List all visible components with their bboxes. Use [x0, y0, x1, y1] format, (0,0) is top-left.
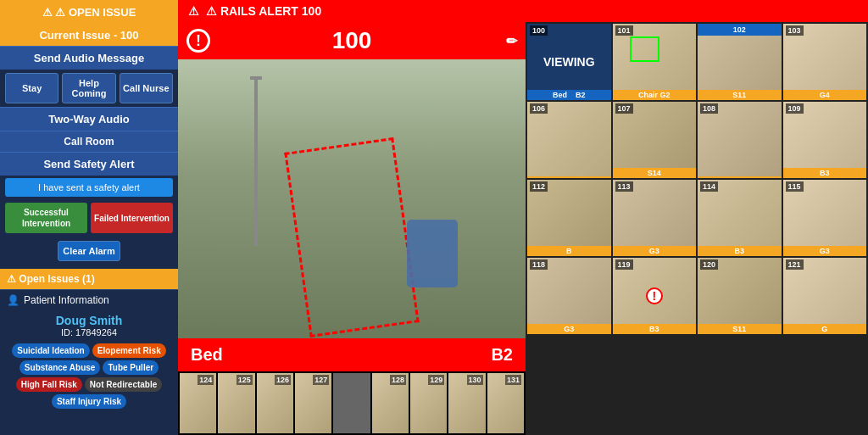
camera-room-number: 100	[332, 27, 372, 54]
viewing-label: VIEWING	[543, 55, 595, 69]
cam-113-label: G3	[613, 246, 697, 256]
cam-102-label: S11	[698, 90, 782, 100]
grid-cell-101[interactable]: 101 Chair G2	[613, 24, 697, 100]
warning-icon: ⚠	[42, 6, 53, 19]
cam-112-number: 112	[530, 181, 548, 192]
grid-cell-113[interactable]: 113 G3	[613, 180, 697, 256]
bottom-cam-131[interactable]: 131	[487, 373, 524, 433]
main-content: ⚠ ⚠ RAILS ALERT 100 ! 100 ✏	[178, 0, 868, 435]
bottom-cam-127[interactable]: 127	[295, 373, 331, 433]
left-panel: ⚠ ⚠ OPEN ISSUE Current Issue - 100 Send …	[0, 0, 178, 435]
bottom-camera-strip: 124 125 126 127 128	[178, 371, 526, 435]
stay-button[interactable]: Stay	[5, 73, 58, 103]
send-audio-message-button[interactable]: Send Audio Message	[0, 46, 178, 70]
grid-row-4: 118 G3 119 ! B3 120 S11 121 G	[527, 258, 866, 334]
bottom-cam-124-label: 124	[198, 375, 214, 385]
bottom-cam-129[interactable]: 129	[410, 373, 447, 433]
bottom-cam-128[interactable]: 128	[372, 373, 409, 433]
patient-name: Doug Smith	[0, 310, 178, 327]
grid-cell-115[interactable]: 115 G3	[783, 180, 867, 256]
cam-115-number: 115	[786, 181, 804, 192]
cam-119-label: B3	[613, 324, 697, 334]
cam-103-number: 103	[786, 25, 804, 36]
grid-cell-106[interactable]: 106	[527, 102, 611, 178]
camera-bed-code: B2	[491, 345, 513, 365]
bottom-cam-125-label: 125	[236, 375, 253, 385]
tag-elopement-risk: Elopement Risk	[92, 343, 166, 358]
bottom-cam-130-label: 130	[467, 375, 483, 385]
bottom-cam-127-label: 127	[313, 375, 329, 385]
quick-action-buttons: Stay Help Coming Call Nurse	[0, 70, 178, 107]
grid-cell-114[interactable]: 114 B3	[698, 180, 782, 256]
clear-alarm-button[interactable]: Clear Alarm	[58, 241, 120, 261]
cam-115-label: G3	[783, 246, 867, 256]
camera-view	[178, 59, 526, 338]
grid-cell-112[interactable]: 112 B	[527, 180, 611, 256]
bottom-cam-126[interactable]: 126	[257, 373, 293, 433]
cam-114-label: B3	[698, 246, 782, 256]
camera-grid: 100 VIEWING Bed B2 101 Chair G2 102 S11	[526, 22, 868, 435]
cam-107-number: 107	[615, 103, 633, 114]
bottom-cam-128-label: 128	[390, 375, 406, 385]
cam-106-label	[527, 176, 611, 178]
bottom-cam-131-label: 131	[505, 375, 521, 385]
bottom-cam-129-label: 129	[428, 375, 444, 385]
main-camera-container: ! 100 ✏ Bed B2	[178, 22, 526, 435]
cam-100-number: 100	[530, 25, 548, 36]
alert-icon: ⚠	[188, 4, 199, 18]
cam-118-label: G3	[527, 324, 611, 334]
tag-not-redirectable: Not Redirectable	[85, 377, 162, 392]
camera-bed-label: Bed	[191, 345, 223, 365]
call-nurse-button[interactable]: Call Nurse	[120, 73, 173, 103]
bed-detection-box	[284, 137, 419, 337]
grid-cell-102[interactable]: 102 S11	[698, 24, 782, 100]
grid-cell-107[interactable]: 107 S14	[613, 102, 697, 178]
tag-suicidal-ideation: Suicidal Ideation	[12, 343, 89, 358]
two-way-audio-label: Two-Way Audio	[0, 107, 178, 131]
cam-121-number: 121	[786, 259, 804, 270]
cam-106-number: 106	[530, 103, 548, 114]
grid-cell-103[interactable]: 103 G4	[783, 24, 867, 100]
cam-118-number: 118	[530, 259, 548, 270]
cam-119-alert-icon: !	[646, 287, 663, 304]
bottom-cam-125[interactable]: 125	[218, 373, 254, 433]
tag-substance-abuse: Substance Abuse	[19, 360, 101, 375]
cam-114-number: 114	[700, 181, 718, 192]
bottom-cam-130[interactable]: 130	[448, 373, 485, 433]
open-issue-button[interactable]: ⚠ ⚠ OPEN ISSUE	[0, 0, 178, 25]
grid-cell-100[interactable]: 100 VIEWING Bed B2	[527, 24, 611, 100]
failed-intervention-button[interactable]: Failed Intervention	[91, 203, 173, 233]
cam-108-label	[698, 176, 782, 178]
person-figure	[407, 220, 458, 287]
camera-footer: Bed B2	[178, 338, 526, 371]
detection-box-101	[630, 36, 659, 62]
successful-intervention-button[interactable]: Successful Intervention	[5, 203, 87, 233]
cam-113-number: 113	[615, 181, 633, 192]
tag-tube-puller: Tube Puller	[103, 360, 159, 375]
cam-120-number: 120	[700, 259, 718, 270]
pencil-icon[interactable]: ✏	[506, 33, 517, 49]
cam-112-label: B	[527, 246, 611, 256]
grid-cell-120[interactable]: 120 S11	[698, 258, 782, 334]
grid-cell-121[interactable]: 121 G	[783, 258, 867, 334]
cam-109-label: B3	[783, 168, 867, 178]
patient-tags: Suicidal Ideation Elopement Risk Substan…	[0, 341, 178, 411]
patient-information-bar: 👤 Patient Information	[0, 289, 178, 310]
cam-103-label: G4	[783, 90, 867, 100]
cam-101-number: 101	[615, 25, 633, 36]
bottom-cam-empty	[333, 373, 370, 433]
bottom-cam-124[interactable]: 124	[180, 373, 216, 433]
current-issue-bar: Current Issue - 100	[0, 25, 178, 46]
safety-sent-status: I have sent a safety alert	[5, 178, 173, 197]
grid-cell-118[interactable]: 118 G3	[527, 258, 611, 334]
tag-high-fall-risk: High Fall Risk	[16, 377, 82, 392]
cam-119-number: 119	[615, 259, 633, 270]
grid-cell-119[interactable]: 119 ! B3	[613, 258, 697, 334]
iv-stand-vertical	[254, 76, 258, 246]
help-coming-button[interactable]: Help Coming	[62, 73, 115, 103]
call-room-button[interactable]: Call Room	[0, 131, 178, 152]
send-safety-alert-button[interactable]: Send Safety Alert	[0, 152, 178, 176]
grid-cell-109[interactable]: 109 B3	[783, 102, 867, 178]
grid-cell-108[interactable]: 108	[698, 102, 782, 178]
content-area: ! 100 ✏ Bed B2	[178, 22, 868, 435]
